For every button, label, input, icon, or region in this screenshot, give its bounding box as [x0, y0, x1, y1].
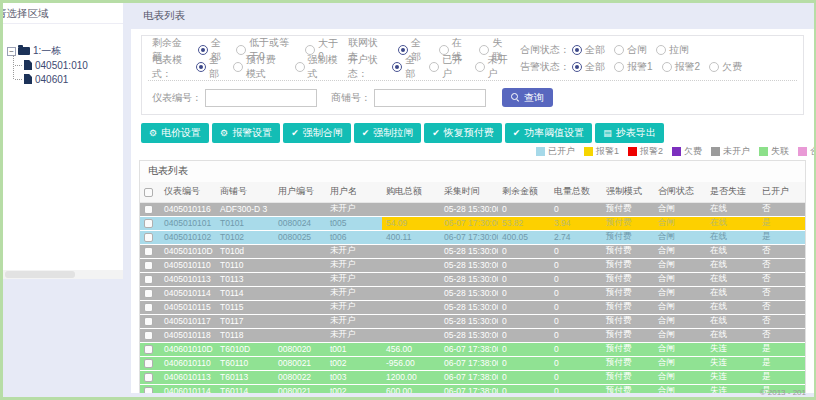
- action-button[interactable]: ✔强制拉闸: [354, 123, 422, 143]
- action-button[interactable]: ▤抄表导出: [595, 123, 664, 143]
- table-cell: 0080024: [274, 216, 326, 230]
- filter-radio-option[interactable]: 全部: [196, 53, 224, 81]
- query-button[interactable]: 查询: [502, 88, 553, 107]
- radio-button-icon[interactable]: [198, 45, 208, 55]
- row-checkbox[interactable]: [144, 373, 153, 382]
- horizontal-scrollbar[interactable]: [3, 270, 123, 279]
- table-row[interactable]: 0405010116ADF300-D 3未开户05-28 15:30:0000预…: [140, 202, 806, 216]
- action-button[interactable]: ⚙报警设置: [212, 123, 280, 143]
- radio-button-icon[interactable]: [614, 45, 624, 55]
- table-row[interactable]: 0406010110T601100080021t002-956.0006-07 …: [140, 356, 806, 370]
- filter-radio-option[interactable]: 强制模式: [295, 53, 339, 81]
- filter-radio-option[interactable]: 预付费模式: [233, 53, 286, 81]
- row-checkbox[interactable]: [144, 233, 153, 242]
- shop-no-input[interactable]: [374, 89, 486, 107]
- filter-radio-option[interactable]: 未开户: [475, 53, 511, 81]
- table-row[interactable]: 040501010DT010d未开户05-28 15:30:0000预付费合闸在…: [140, 244, 806, 258]
- table-cell: 否: [758, 286, 806, 300]
- radio-button-icon[interactable]: [429, 62, 439, 72]
- radio-button-icon[interactable]: [662, 62, 672, 72]
- table-row[interactable]: 0405010113T0113未开户05-28 15:30:0000预付费合闸在…: [140, 272, 806, 286]
- column-header: 采集时间: [440, 182, 498, 202]
- filter-radio-option[interactable]: 全部: [572, 60, 605, 74]
- row-checkbox[interactable]: [144, 387, 153, 393]
- row-checkbox[interactable]: [144, 289, 153, 298]
- legend-item: 未开户: [711, 145, 750, 158]
- row-checkbox[interactable]: [144, 247, 153, 256]
- table-row[interactable]: 040601010DT6010D0080020t001456.0006-07 1…: [140, 342, 806, 356]
- tree-root-node[interactable]: − 1:一栋: [7, 44, 123, 58]
- tree-leaf-node[interactable]: 040601: [12, 72, 123, 86]
- radio-button-icon[interactable]: [392, 62, 402, 72]
- legend-item: 失联: [759, 145, 789, 158]
- radio-button-icon[interactable]: [614, 62, 624, 72]
- radio-button-icon[interactable]: [233, 62, 243, 72]
- table-cell: 预付费: [602, 230, 654, 244]
- action-button[interactable]: ⚙电价设置: [141, 123, 209, 143]
- radio-button-icon[interactable]: [295, 62, 305, 72]
- table-cell: 是: [758, 230, 806, 244]
- table-cell: 未开户: [326, 314, 382, 328]
- page-background: 请选择区域 − 1:一栋 040501:010040601 电表列表 剩余金额：…: [3, 3, 814, 397]
- table-cell: 合闸: [654, 202, 706, 216]
- filter-radio-option[interactable]: 欠费: [709, 60, 742, 74]
- radio-button-icon[interactable]: [236, 45, 246, 55]
- radio-button-icon[interactable]: [656, 45, 666, 55]
- filter-rows: 剩余金额：全部低于或等于0大于0联网状态：全部在线失联合闸状态：全部合闸拉闸电表…: [152, 41, 793, 75]
- legend-item: 报警2: [628, 145, 663, 158]
- table-cell: 0: [498, 202, 550, 216]
- table-cell: [382, 258, 440, 272]
- radio-button-icon[interactable]: [479, 45, 489, 55]
- radio-button-icon[interactable]: [572, 45, 582, 55]
- action-button[interactable]: ✔恢复预付费: [424, 123, 502, 143]
- row-checkbox[interactable]: [144, 261, 153, 270]
- tree-root-label[interactable]: 1:一栋: [33, 44, 61, 58]
- table-row[interactable]: 0405010114T0114未开户05-28 15:30:0000预付费合闸在…: [140, 286, 806, 300]
- filter-radio-option[interactable]: 合闸: [614, 43, 647, 57]
- filter-radio-option[interactable]: 拉闸: [656, 43, 689, 57]
- table-row[interactable]: 0405010102T01020080025t006400.1106-07 17…: [140, 230, 806, 244]
- table-cell: 0: [550, 244, 602, 258]
- table-cell: [382, 328, 440, 342]
- filter-radio-option[interactable]: 全部: [572, 43, 605, 57]
- radio-button-icon[interactable]: [305, 45, 315, 55]
- radio-button-icon[interactable]: [709, 62, 719, 72]
- action-button[interactable]: ✔强制合闸: [283, 123, 351, 143]
- collapse-icon[interactable]: −: [7, 47, 16, 56]
- table-cell: t005: [326, 216, 382, 230]
- table-row[interactable]: 0406010113T601130080022t0031200.0006-07 …: [140, 370, 806, 384]
- filter-radio-option[interactable]: 已开户: [429, 53, 465, 81]
- select-all-checkbox[interactable]: [144, 188, 153, 197]
- tree-leaf-label[interactable]: 040501:010: [35, 60, 88, 71]
- table-row[interactable]: 0405010117T0117未开户05-28 15:30:0000预付费合闸在…: [140, 314, 806, 328]
- row-checkbox[interactable]: [144, 275, 153, 284]
- meter-no-input[interactable]: [205, 89, 317, 107]
- table-row[interactable]: 0405010118T0118未开户05-28 15:30:0000预付费合闸在…: [140, 328, 806, 342]
- scrollbar-thumb[interactable]: [5, 271, 75, 278]
- radio-button-icon[interactable]: [439, 45, 449, 55]
- filter-radio-option[interactable]: 报警1: [614, 60, 653, 74]
- row-checkbox[interactable]: [144, 345, 153, 354]
- table-row[interactable]: 0405010101T01010080024t00554.0906-07 17:…: [140, 216, 806, 230]
- filter-radio-option[interactable]: 全部: [392, 53, 420, 81]
- row-checkbox[interactable]: [144, 359, 153, 368]
- row-checkbox[interactable]: [144, 219, 153, 228]
- filter-radio-option[interactable]: 报警2: [662, 60, 701, 74]
- radio-button-icon[interactable]: [572, 62, 582, 72]
- tree-leaf-node[interactable]: 040501:010: [12, 58, 123, 72]
- row-checkbox[interactable]: [144, 303, 153, 312]
- row-checkbox[interactable]: [144, 205, 153, 214]
- table-row[interactable]: 0405010115T0115未开户05-28 15:30:0000预付费合闸在…: [140, 300, 806, 314]
- radio-button-icon[interactable]: [196, 62, 206, 72]
- radio-button-icon[interactable]: [398, 45, 408, 55]
- table-cell: 06-07 17:38:00: [440, 356, 498, 370]
- action-button[interactable]: ✔功率阈值设置: [505, 123, 593, 143]
- row-checkbox[interactable]: [144, 317, 153, 326]
- radio-button-icon[interactable]: [475, 62, 485, 72]
- row-checkbox[interactable]: [144, 331, 153, 340]
- table-row[interactable]: 0405010110T0110未开户05-28 15:30:0000预付费合闸在…: [140, 258, 806, 272]
- table-cell: 未开户: [326, 272, 382, 286]
- copyright-footer: © 2013 - 201: [760, 388, 806, 397]
- tree-leaf-label[interactable]: 040601: [35, 74, 68, 85]
- table-row[interactable]: 0406010114T601140080021t002600.0006-07 1…: [140, 384, 806, 393]
